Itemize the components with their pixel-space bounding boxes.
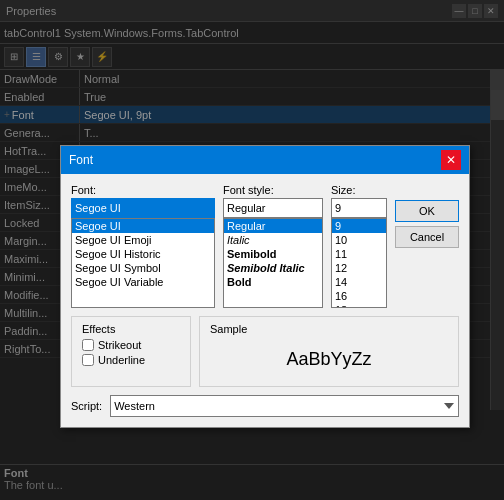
size-item-9[interactable]: 9: [332, 219, 386, 233]
font-list-item-segoeuivariable[interactable]: Segoe UI Variable: [72, 275, 214, 289]
size-item-18[interactable]: 18: [332, 303, 386, 308]
font-list-item-segoeuiemoji[interactable]: Segoe UI Emoji: [72, 233, 214, 247]
font-list-item-segoeui[interactable]: Segoe UI: [72, 219, 214, 233]
properties-panel: Properties — □ ✕ tabControl1 System.Wind…: [0, 0, 504, 500]
style-label: Font style:: [223, 184, 323, 196]
style-column: Font style: Regular Italic Semibold Semi…: [223, 184, 323, 308]
font-list-item-segoeuihistoric[interactable]: Segoe UI Historic: [72, 247, 214, 261]
font-list[interactable]: Segoe UI Segoe UI Emoji Segoe UI Histori…: [71, 218, 215, 308]
ok-button[interactable]: OK: [395, 200, 459, 222]
script-row: Script: Western Central European Cyrilli…: [71, 395, 459, 417]
style-list-regular[interactable]: Regular: [224, 219, 322, 233]
style-list-semibold-italic[interactable]: Semibold Italic: [224, 261, 322, 275]
size-item-10[interactable]: 10: [332, 233, 386, 247]
size-item-12[interactable]: 12: [332, 261, 386, 275]
dialog-body: Font: Segoe UI Segoe UI Emoji Segoe UI H…: [61, 174, 469, 427]
effects-box: Effects Strikeout Underline: [71, 316, 191, 387]
font-label: Font:: [71, 184, 215, 196]
underline-row: Underline: [82, 354, 180, 366]
dialog-row-inputs: Font: Segoe UI Segoe UI Emoji Segoe UI H…: [71, 184, 459, 308]
cancel-button[interactable]: Cancel: [395, 226, 459, 248]
size-label: Size:: [331, 184, 387, 196]
size-item-11[interactable]: 11: [332, 247, 386, 261]
style-input[interactable]: [223, 198, 323, 218]
style-list-bold[interactable]: Bold: [224, 275, 322, 289]
font-input[interactable]: [71, 198, 215, 218]
effects-title: Effects: [82, 323, 180, 335]
style-list-semibold[interactable]: Semibold: [224, 247, 322, 261]
sample-text: AaBbYyZz: [210, 339, 448, 380]
sample-box: Sample AaBbYyZz: [199, 316, 459, 387]
font-dialog: Font ✕ Font: Segoe UI Segoe UI Emoji Seg…: [60, 145, 470, 428]
script-select[interactable]: Western Central European Cyrillic: [110, 395, 459, 417]
ok-cancel-column: OK Cancel: [395, 184, 459, 308]
dialog-close-button[interactable]: ✕: [441, 150, 461, 170]
font-column: Font: Segoe UI Segoe UI Emoji Segoe UI H…: [71, 184, 215, 308]
style-list[interactable]: Regular Italic Semibold Semibold Italic …: [223, 218, 323, 308]
script-label: Script:: [71, 400, 102, 412]
dialog-row-effects-sample: Effects Strikeout Underline Sample: [71, 316, 459, 387]
size-item-14[interactable]: 14: [332, 275, 386, 289]
style-list-italic[interactable]: Italic: [224, 233, 322, 247]
strikeout-label: Strikeout: [98, 339, 141, 351]
size-input[interactable]: [331, 198, 387, 218]
font-dialog-overlay: Font ✕ Font: Segoe UI Segoe UI Emoji Seg…: [0, 0, 504, 500]
sample-title: Sample: [210, 323, 448, 335]
strikeout-row: Strikeout: [82, 339, 180, 351]
font-list-item-segoeuisymbol[interactable]: Segoe UI Symbol: [72, 261, 214, 275]
strikeout-checkbox[interactable]: [82, 339, 94, 351]
underline-checkbox[interactable]: [82, 354, 94, 366]
dialog-title: Font: [69, 153, 93, 167]
dialog-titlebar: Font ✕: [61, 146, 469, 174]
size-column: Size: 9 10 11 12 14 16 18: [331, 184, 387, 308]
size-list[interactable]: 9 10 11 12 14 16 18: [331, 218, 387, 308]
size-item-16[interactable]: 16: [332, 289, 386, 303]
underline-label: Underline: [98, 354, 145, 366]
